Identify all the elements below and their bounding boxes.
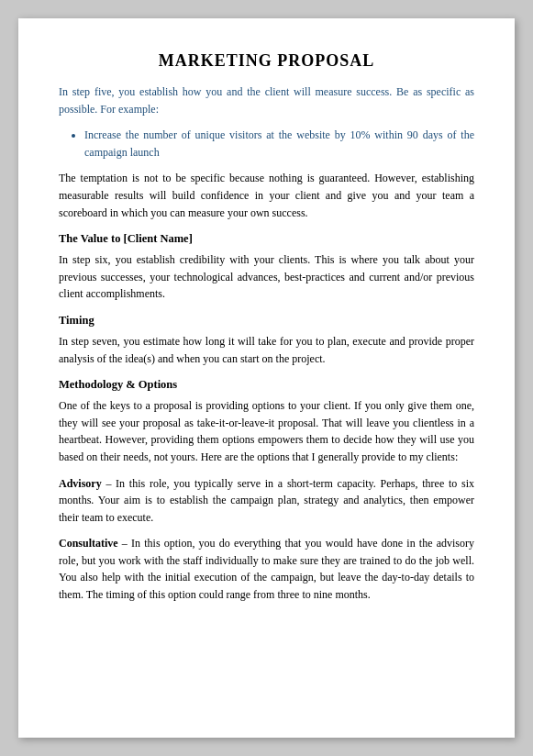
section-heading-methodology: Methodology & Options: [59, 378, 474, 392]
section-heading-value: The Value to [Client Name]: [59, 232, 474, 246]
section-heading-timing: Timing: [59, 314, 474, 328]
bullet-list: Increase the number of unique visitors a…: [59, 127, 474, 161]
advisory-paragraph: Advisory – In this role, you typically s…: [59, 475, 474, 527]
advisory-body: – In this role, you typically serve in a…: [59, 477, 474, 524]
section-3-body: One of the keys to a proposal is providi…: [59, 397, 474, 465]
consultative-body: – In this option, you do everything that…: [59, 537, 474, 601]
document-page: MARKETING PROPOSAL In step five, you est…: [18, 18, 515, 738]
consultative-label: Consultative: [59, 537, 118, 550]
section-1-body: In step six, you establish credibility w…: [59, 251, 474, 303]
bullet-item-1: Increase the number of unique visitors a…: [84, 127, 474, 161]
intro-paragraph-1: In step five, you establish how you and …: [59, 83, 474, 117]
section-2-body: In step seven, you estimate how long it …: [59, 333, 474, 367]
consultative-paragraph: Consultative – In this option, you do ev…: [59, 535, 474, 603]
advisory-label: Advisory: [59, 477, 102, 490]
body-paragraph-1: The temptation is not to be specific bec…: [59, 170, 474, 221]
document-title: MARKETING PROPOSAL: [59, 51, 474, 71]
